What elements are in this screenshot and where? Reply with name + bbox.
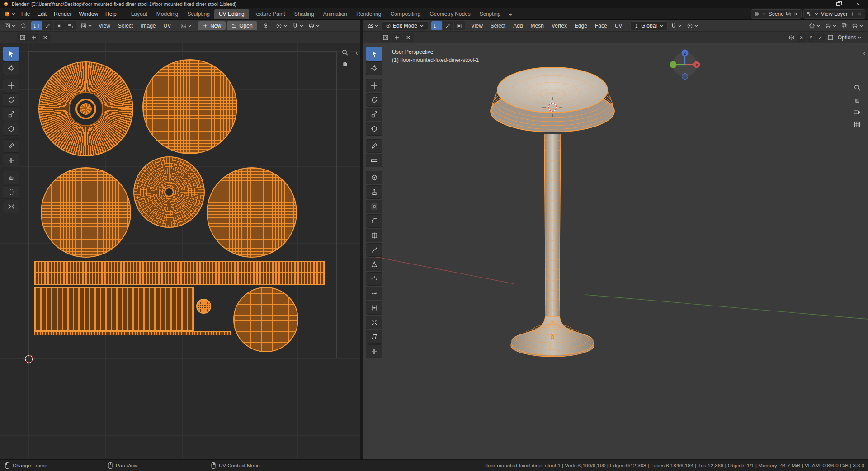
tool-relax-brush[interactable] [3,185,19,199]
uv-island-seat-disk-radial[interactable] [38,61,133,156]
proportional-edit-dropdown[interactable] [274,22,289,30]
camera-view-icon[interactable] [854,108,861,116]
tool-rip-region[interactable] [366,344,382,358]
uv-select-mode-vertex[interactable] [31,21,42,30]
workspace-tab-layout[interactable]: Layout [127,9,152,19]
image-browse-dropdown[interactable] [179,22,194,30]
menu-edit[interactable]: Edit [33,9,50,19]
tool-annotate[interactable] [3,139,19,153]
zoom-icon[interactable] [854,84,861,91]
editor-type-button[interactable] [3,22,18,30]
uv-island-concentric-rings[interactable] [133,156,205,228]
options-dropdown[interactable]: Options [836,33,863,42]
gizmo-y-axis-ball[interactable] [670,61,677,68]
workspace-tab-texture-paint[interactable]: Texture Paint [249,9,290,19]
menu-help[interactable]: Help [102,9,120,19]
uv-overlays-dropdown[interactable] [307,22,322,30]
uv-island-base-grid[interactable] [233,287,298,352]
menu-render[interactable]: Render [50,9,75,19]
tool-loop-cut[interactable] [366,229,382,242]
v3d-menu-edge[interactable]: Edge [571,21,590,30]
v3d-menu-select[interactable]: Select [487,21,509,30]
uv-canvas[interactable] [0,43,360,459]
menu-file[interactable]: File [18,9,33,19]
uv-island-small-cap[interactable] [196,299,211,314]
tool-move[interactable] [3,79,19,92]
tool-shrink-fatten[interactable] [366,316,382,329]
restore-button[interactable] [828,0,848,8]
new-view-layer-icon[interactable] [849,11,855,17]
uv-island-thin-strip[interactable] [34,331,231,335]
pan-hand-icon[interactable] [341,60,349,67]
tool-inset-faces[interactable] [366,200,382,213]
select-op-new[interactable] [380,33,391,42]
uv-sync-select-toggle[interactable] [19,22,28,30]
snap-dropdown[interactable] [669,22,684,30]
select-mode-face[interactable] [454,21,465,30]
snap-dropdown[interactable] [291,22,306,30]
mode-dropdown[interactable]: Edit Mode [382,21,428,30]
workspace-tab-shading[interactable]: Shading [290,9,319,19]
tool-rotate[interactable] [3,93,19,107]
overlays-dropdown[interactable] [824,22,839,30]
tool-scale[interactable] [366,108,382,121]
tool-scale[interactable] [3,108,19,121]
tool-transform[interactable] [3,122,19,136]
tool-rotate[interactable] [366,93,382,107]
tool-cursor[interactable] [3,61,19,75]
tool-annotate[interactable] [366,139,382,153]
zoom-icon[interactable] [341,49,349,56]
menu-window[interactable]: Window [75,9,102,19]
gizmo-neg-z-axis-ball[interactable] [682,74,688,80]
uv-menu-uv[interactable]: UV [160,21,175,30]
tool-edge-slide[interactable] [366,301,382,315]
v3d-menu-vertex[interactable]: Vertex [548,21,570,30]
xray-toggle[interactable] [840,22,849,30]
workspace-tab-sculpting[interactable]: Sculpting [183,9,214,19]
tool-transform[interactable] [366,122,382,136]
tool-measure[interactable] [366,154,382,167]
tool-knife[interactable] [366,243,382,257]
workspace-tab-geometry-nodes[interactable]: Geometry Nodes [425,9,475,19]
shading-mode-dropdown[interactable] [850,22,865,30]
tool-bevel[interactable] [366,214,382,228]
scene-selector[interactable]: Scene [751,9,802,19]
tool-grab-brush[interactable] [3,171,19,184]
v3d-menu-view[interactable]: View [468,21,486,30]
select-op-extend[interactable] [28,33,39,42]
editor-type-button[interactable] [366,22,381,30]
close-button[interactable]: ✕ [848,0,868,8]
view-layer-selector[interactable]: View Layer [803,9,865,19]
select-op-extend[interactable] [392,33,402,42]
tool-smooth[interactable] [366,287,382,300]
select-mode-edge[interactable] [443,21,453,30]
mirror-toggle[interactable] [787,33,796,42]
viewport-canvas[interactable]: Z X User Perspective (1) floor-mounted-f… [363,43,868,459]
workspace-tab-compositing[interactable]: Compositing [386,9,425,19]
uv-select-mode-edge[interactable] [42,21,53,30]
uv-island-column-strip[interactable] [34,287,194,331]
new-scene-icon[interactable] [786,11,791,17]
region-collapse-icon[interactable] [862,51,867,56]
transform-orientation-dropdown[interactable]: Global [630,21,668,30]
open-image-button[interactable]: Open [227,21,257,30]
region-collapse-icon[interactable] [354,51,359,56]
snap-base-toggle[interactable] [826,33,835,42]
v3d-menu-add[interactable]: Add [510,21,526,30]
uv-select-mode-island[interactable] [65,21,76,30]
tool-spin[interactable] [366,272,382,286]
proportional-edit-dropdown[interactable] [685,22,700,30]
v3d-menu-mesh[interactable]: Mesh [528,21,547,30]
workspace-tab-animation[interactable]: Animation [319,9,352,19]
navigation-axis-gizmo[interactable]: Z X [670,50,700,80]
mirror-z-toggle[interactable]: Z [816,33,825,42]
workspace-tab-scripting[interactable]: Scripting [475,9,505,19]
tool-select-box[interactable] [3,47,19,61]
workspace-tab-rendering[interactable]: Rendering [352,9,386,19]
new-image-button[interactable]: New [198,21,226,30]
uv-select-mode-face[interactable] [54,21,65,30]
add-workspace-button[interactable]: + [505,10,516,19]
select-op-subtract[interactable] [403,33,414,42]
image-pin-toggle[interactable] [261,22,270,30]
select-op-subtract[interactable] [40,33,51,42]
